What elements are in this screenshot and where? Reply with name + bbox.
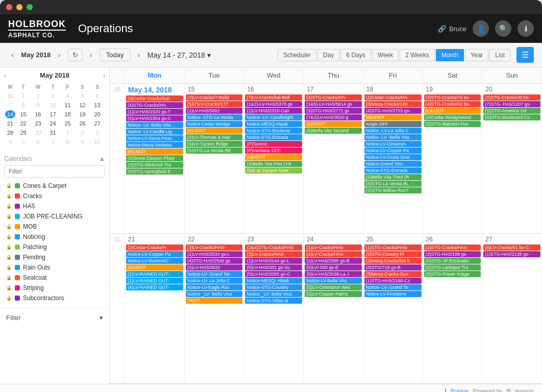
event[interactable]: Notice-LV- Grand Tet: [186, 271, 243, 277]
calendar-item[interactable]: 🔒 Cones & Carpet: [4, 181, 105, 191]
day-cell-may23[interactable]: 23 (2&4)STG-Cracks/HA5 (3)LV-Cracks/HA5-…: [244, 234, 304, 383]
event[interactable]: Notice-MESQ-Hawk: [245, 121, 302, 127]
event[interactable]: (S)STG-America 1st: [483, 108, 540, 114]
event[interactable]: (S)Bella Vita Third (R: [364, 174, 422, 180]
event[interactable]: (1)STG-Cracks/HA5-: [364, 244, 422, 251]
event[interactable]: (5)LV-HA5/2354 gs-C: [126, 115, 183, 121]
day-cell-may17[interactable]: 17 (4)STG-Cracks/HA- (1&5)-LV-HA5/5614 g…: [304, 84, 363, 233]
event[interactable]: (S)STG-La Venita BL: [364, 181, 422, 187]
event[interactable]: (6)UDOT: [424, 108, 481, 114]
view-btn-month[interactable]: Month: [436, 49, 464, 61]
event[interactable]: (1)STG-HA5/2180-Cz: [364, 278, 422, 284]
calendar-item[interactable]: 🔒 Noticing: [4, 232, 105, 242]
calendar-item[interactable]: 🔒 Cracks: [4, 191, 105, 201]
day-cell-may15[interactable]: 15 (7)LV-Cracks/?-Bella (5&7)LV-Cracks/1…: [185, 84, 244, 233]
event[interactable]: (3)STG-Cracks/70 bx-: [424, 94, 481, 101]
event[interactable]: (S)LV-Cimmaron Wes: [305, 284, 362, 290]
mini-cal-day[interactable]: 23: [31, 119, 45, 128]
day-cell-may24[interactable]: 24 (1)LV-Cracks/HA5- (4)LV-Cracks/HA5- (…: [304, 234, 363, 383]
event[interactable]: (1)LV-HA5/2633 gs-L: [186, 251, 243, 257]
event[interactable]: (3)Cedar-Cracks/bal-: [126, 95, 183, 102]
event[interactable]: (3)Mesq-Cracks/bal b: [364, 258, 422, 264]
event[interactable]: (4)STG-Cracks/42 bx-: [424, 101, 481, 107]
event[interactable]: (7)STG- HA5/1207 gs-: [483, 101, 540, 107]
event[interactable]: (5)LV-HA5/3055 gs-C: [245, 271, 302, 277]
event[interactable]: (7)LV-Cracks/bal-Bell: [245, 94, 302, 101]
event[interactable]: Angie OFF: [364, 121, 422, 127]
day-cell-may19[interactable]: 19 (3)STG-Cracks/70 bx- (4)STG-Cracks/42…: [423, 84, 483, 233]
event[interactable]: Notice-MESQ- Hawk: [245, 278, 302, 284]
close-dot[interactable]: [6, 4, 12, 10]
mini-cal-day[interactable]: 12: [76, 101, 89, 109]
search-icon-btn[interactable]: 🔍: [495, 20, 511, 37]
mini-cal-day[interactable]: 8: [61, 138, 75, 146]
event[interactable]: (7&2)LV-HA5/3520 g: [305, 114, 362, 120]
event[interactable]: (1)LV-Cracks/HA5-: [305, 244, 362, 251]
view-btn-2weeks[interactable]: 2 Weeks: [400, 49, 434, 61]
refresh-btn[interactable]: ↻: [68, 48, 83, 61]
event[interactable]: (3)STG-HA5/188 gs-: [424, 251, 481, 257]
day-cell-may14[interactable]: May 14, 2018 (3)Cedar-Cracks/bal- (4)STG…: [125, 84, 185, 233]
event[interactable]: Notice- LV-Candle Lig: [126, 129, 183, 135]
day-cell-may20[interactable]: 20 (2)STG-Cracks/30 bx- (7)STG- HA5/1207…: [482, 84, 542, 233]
mini-cal-day[interactable]: 6: [90, 92, 104, 100]
calendar-item[interactable]: 🔒 Sealcoat: [4, 273, 105, 283]
mini-cal-day[interactable]: 9: [76, 138, 89, 146]
event[interactable]: (S)STG-Springfield E: [126, 168, 183, 175]
date-range[interactable]: May 14 - 27, 2018 ▾: [147, 51, 211, 59]
calendar-filter-input[interactable]: [4, 165, 105, 178]
maximize-dot[interactable]: [27, 4, 33, 10]
mini-cal-day[interactable]: 4: [61, 92, 75, 100]
event[interactable]: (6)LV-Cracks/61 bx-C: [483, 244, 540, 251]
calendar-item[interactable]: 🔒 Rain Outs: [4, 262, 105, 273]
event[interactable]: Notice-LV-Cimarron: [364, 141, 422, 147]
event[interactable]: (P)Ventana 1ST!: [245, 148, 302, 154]
event[interactable]: (S)STG-Power Image: [424, 271, 481, 277]
calendar-item[interactable]: 🔒 Striping: [4, 283, 105, 293]
event[interactable]: Notice _LV- Bella Vica: [245, 291, 302, 297]
info-icon-btn[interactable]: ℹ: [518, 20, 534, 37]
mini-cal-day[interactable]: 10: [46, 101, 60, 109]
event[interactable]: (S)Cedar-Wedgewood: [424, 114, 481, 120]
event[interactable]: (6)UDOT: [364, 114, 422, 120]
event[interactable]: (3)LV-Cracks/HA5-: [186, 244, 243, 251]
calendar-item[interactable]: 🔒 Patching: [4, 242, 105, 252]
event[interactable]: (1)LV-HA5/1920 gs-T: [126, 109, 183, 115]
view-btn-6days[interactable]: 6 Days: [340, 49, 371, 61]
event[interactable]: (5)LV-HA5/301 gs-Su: [245, 264, 302, 271]
event[interactable]: (6)UDOT: [186, 128, 243, 134]
mini-cal-day[interactable]: 8: [16, 101, 30, 109]
calendar-item[interactable]: 🔒 Pending: [4, 252, 105, 262]
event[interactable]: Notice-STG-Boulevar: [245, 128, 302, 134]
event[interactable]: (1)LV-HA5/3144 gs-L: [245, 258, 302, 264]
event[interactable]: (S)STG-La Venita RE: [186, 148, 243, 154]
mini-cal-prev[interactable]: ‹: [8, 50, 17, 61]
event[interactable]: UDOT: [186, 298, 243, 304]
day-cell-may21[interactable]: 21 (2)Cedar-Cracks/H Notice-LV-Copper Pa…: [125, 234, 185, 383]
event[interactable]: (5)LV-HA5/2638-La J: [305, 271, 362, 277]
event[interactable]: Notice-LV-Copper Pa: [364, 148, 422, 154]
mini-cal-day[interactable]: 13: [90, 101, 104, 109]
mini-cal-day[interactable]: 31: [46, 129, 60, 137]
mini-cal-day[interactable]: 20: [90, 110, 104, 118]
event[interactable]: Notice- LV- Bella Vita: [126, 122, 183, 128]
mini-cal-day[interactable]: 7: [46, 138, 60, 146]
mini-cal-day[interactable]: 10: [90, 138, 104, 146]
event[interactable]: (4)STG-HA5/2546 gs: [186, 258, 243, 264]
event[interactable]: (S)STG-Boulevard Co: [483, 114, 540, 120]
event[interactable]: (2)Cedar-Cracks/H: [126, 244, 183, 251]
mini-cal-next[interactable]: ›: [55, 50, 63, 61]
mini-cal-day[interactable]: 11: [61, 101, 75, 109]
event[interactable]: (S)LV-HA5/3032: [186, 264, 243, 271]
mini-cal-day[interactable]: 30: [31, 129, 45, 137]
mini-cal-day[interactable]: 17: [46, 110, 60, 118]
event[interactable]: Notice- STG-La Venita: [186, 114, 243, 120]
event[interactable]: (1)LV-HA5/2310-Can: [245, 108, 302, 114]
event[interactable]: (4)STG-HA5/2753 gs-: [364, 108, 422, 114]
prague-link[interactable]: Prague: [451, 388, 469, 393]
mini-cal-nav-prev[interactable]: ‹: [4, 72, 6, 79]
event[interactable]: (S)STG-JP Excavatin: [424, 258, 481, 264]
calendar-prev[interactable]: ‹: [87, 50, 95, 61]
mini-cal-day[interactable]: 4: [5, 138, 15, 146]
event[interactable]: Notice-Grand Teto: [364, 161, 422, 167]
